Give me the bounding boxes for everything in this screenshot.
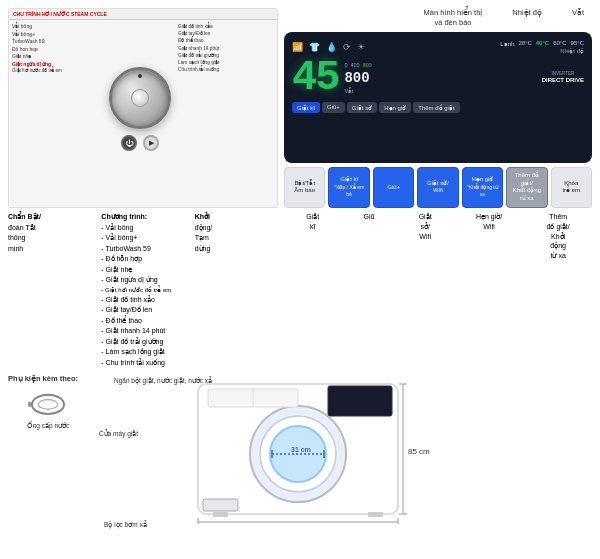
speed-active-display: 800 [344,70,371,86]
hen-gio-display-btn[interactable]: Hẹn giờ [379,102,411,113]
bo-loc-bom-xa-label: Bộ lọc bơm xả [104,520,147,529]
chan-doan-label: Chẩn Bật/ [8,212,91,223]
right-stats-area: 0 400 800 800 Vắt [344,62,371,94]
ct-long-giat: - Làm sạch lồng giặt [101,347,184,358]
speed-options-row: 0 400 800 [344,62,371,68]
prog-long-giat: Làm sạch lồng giặt [178,59,274,66]
prog-the-thao: Đồ thể thao [178,37,274,44]
ct-vai-bong: - Vải bông [101,223,184,234]
accessories-box: Phụ kiện kèm theo: Ống cấp nước [8,374,88,551]
thong-label: thông [8,233,91,244]
power-button[interactable]: ⏻ [121,135,137,151]
ct-tay-len: - Giặt tay/Đồ len [101,305,184,316]
temp-40: 40°C [536,40,549,47]
svg-text:31 cm: 31 cm [291,446,311,453]
prog-trai-giuong: Giặt đồ trải giường [178,52,274,59]
ct-14-phut: - Giặt nhanh 14 phút [101,326,184,337]
nhiet-do-display-label: Nhiệt độ [500,47,584,54]
ct-giat-nhe: - Giặt nhẹ [101,265,184,276]
ct-tinh-xao: - Giặt đồ tinh xảo [101,295,184,306]
svg-point-0 [32,395,64,414]
giat-ki-display-btn[interactable]: Giặt kĩ [292,102,320,113]
dung-label: dừng [195,244,278,255]
man-hinh-label: Màn hình hiển thịvà đèn báo [424,8,483,28]
them-do-giat-display-btn[interactable]: Thêm đồ giặt [413,102,459,113]
nhiet-do-label: Nhiệt độ [512,8,542,28]
svg-rect-3 [28,402,31,407]
main-countdown-display: 45 [292,57,338,99]
ong-cap-nuoc-label: Ống cấp nước [8,422,88,430]
speed-800-label: 800 [363,62,372,68]
ct-tai-xuong: - Chu trình tải xuống [101,358,184,369]
ct-turbowash: - TurboWash 59 [101,244,184,255]
display-top-row: 📶 👕 💧 ⟳ ☀ Lạnh 20°C 40°C 60°C 95°C [292,40,584,54]
rlbl-giu: Giũ [363,212,374,222]
prog-vai-bong-plus: Vải bông+ [12,31,102,39]
panel-title: CHU TRÌNH HƠI NƯỚC STEAM CYCLE [13,11,107,17]
temp-95: 95°C [571,40,584,47]
directdrive-logo: INVERTERDIRECT DRIVE [542,71,584,84]
power-play-area: ⏻ ▶ [121,135,159,151]
page-container: CHU TRÌNH HƠI NƯỚC STEAM CYCLE Vải bông … [0,0,600,559]
giat-ki-main-btn[interactable]: Giặt kĩ*Xốp / Xả em bé [328,167,369,208]
right-labels-area: Giặtkĩ Giũ Giặtsở/Wifi Hẹn giờ/Wifi Thêm… [284,212,592,368]
water-icon: 💧 [326,42,337,52]
spin-icon: ⟳ [343,42,351,52]
ct-vai-bong-plus: - Vải bông+ [101,233,184,244]
ct-the-thao: - Đồ thể thao [101,316,184,327]
temp-values: Lạnh 20°C 40°C 60°C 95°C [500,40,584,47]
panel-body: Vải bông Vải bông+ TurboWash 59 Đô hon h… [9,20,277,198]
rlbl-giat-so: Giặtsở/Wifi [419,212,432,241]
temp-60: 60°C [553,40,566,47]
program-dial[interactable] [109,67,171,129]
ct-hon-hop: - Đồ hỗn hợp [101,254,184,265]
vat-display-label: Vắt [344,88,371,94]
ct-trai-giuong: - Giặt đồ trải giường [101,337,184,348]
giu-plus-display-btn[interactable]: Giũ+ [322,102,345,113]
top-row: CHU TRÌNH HƠI NƯỚC STEAM CYCLE Vải bông … [8,8,592,208]
program-list-right: Giặt đồ tinh xảo Giặt tay/Đồ len Đồ thể … [178,23,274,195]
giat-so-display-btn[interactable]: Giặt sờ [347,102,377,113]
machine-bottom-section: Phụ kiện kèm theo: Ống cấp nước [8,374,592,551]
wash-icon: 👕 [309,42,320,52]
rlbl-giat-ki: Giặtkĩ [306,212,319,232]
hen-gio-main-btn[interactable]: Hẹn giờ*Khởi động từ xa [462,167,503,208]
ct-di-ung: - Giặt ngừa dị ứng [101,275,184,286]
wifi-icon: 📶 [292,42,303,52]
prog-hon-hop: Đô hon hop [12,46,102,54]
svg-rect-23 [213,512,228,517]
khoi-dong-col: Khởi động/ Tạm dừng [195,212,278,368]
khoi-dong-sub: động/ [195,223,278,234]
rlbl-hen-gio: Hẹn giờ/Wifi [476,212,502,232]
prog-14-phut: Giặt nhanh 14 phút [178,45,274,52]
khoi-dong-title: Khởi [195,212,278,223]
rlbl-them-do: Thêmđồ giặt/Khởiđộngtừ xa [547,212,570,261]
giat-so-main-btn[interactable]: Giặt sờ/Wifi [417,167,458,208]
giu-plus-main-btn[interactable]: Giũ+ [373,167,414,208]
tam-dung-label: Tạm [195,233,278,244]
ngan-bot-giat-label: Ngăn bột giặt, nước giặt, nước xả [114,376,212,385]
temp-cold: Lạnh [500,40,514,47]
left-labels-area: Chẩn Bật/ đoán Tắt thông minh Chương trì… [8,212,278,368]
play-pause-button[interactable]: ▶ [143,135,159,151]
svg-rect-24 [368,512,383,517]
speed-400: 400 [350,62,359,68]
hose-svg [28,389,68,419]
action-buttons-row: Bật/TắtÂm báo Giặt kĩ*Xốp / Xả em bé Giũ… [284,167,592,208]
dial-area: ⏻ ▶ [104,23,176,195]
ct-tre-em: - Giặt hơi nước đồ trẻ em [101,286,184,295]
bat-tat-am-bao-btn[interactable]: Bật/TắtÂm báo [284,167,325,208]
machine-svg: 31 cm 85 cm 60 cm [94,374,592,524]
accessories-title: Phụ kiện kèm theo: [8,374,88,383]
them-do-main-btn[interactable]: Thêm đồ giặt/Khởi động từ xa [506,167,547,208]
prog-di-ung: Giặt ngừa dị ứng [12,61,102,69]
khoa-tre-em-btn[interactable]: Khóatrẻ em [551,167,592,208]
dry-icon: ☀ [357,42,365,52]
svg-point-1 [38,400,57,410]
labels-grid: Chẩn Bật/ đoán Tắt thông minh Chương trì… [8,212,278,368]
prog-turbowash: TurboWash 59 [12,38,102,46]
doan-tat-label: đoán Tắt [8,223,91,234]
display-mode-buttons: Giặt kĩ Giũ+ Giặt sờ Hẹn giờ Thêm đồ giặ… [292,102,584,113]
chan-doan-col: Chẩn Bật/ đoán Tắt thông minh [8,212,91,368]
right-control-area: Màn hình hiển thịvà đèn báo Nhiệt độ Vắt… [284,8,592,208]
